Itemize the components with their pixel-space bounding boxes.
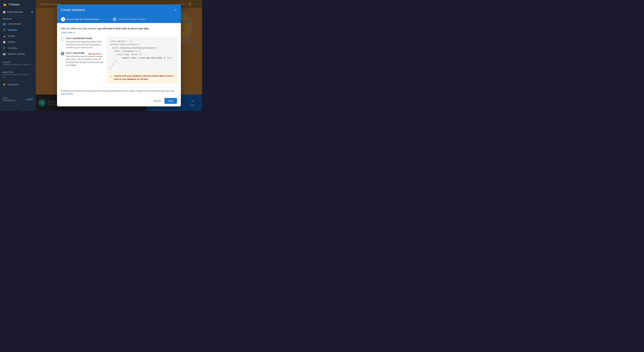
- test-mode-radio[interactable]: [61, 52, 64, 55]
- code-line-9: }: [110, 66, 174, 70]
- sidebar-item-database[interactable]: ☰ Database: [0, 27, 36, 33]
- spark-label: Spark: [2, 97, 15, 99]
- sidebar-item-authentication[interactable]: 👥 Authentication: [0, 21, 36, 27]
- sidebar-item-authentication-label: Authentication: [8, 23, 21, 25]
- dialog-description: After you define your data structure, yo…: [61, 27, 177, 30]
- database-icon: ☰: [2, 28, 6, 32]
- sidebar-item-database-label: Database: [8, 29, 17, 31]
- sidebar-item-ml-label: Machine Learning: [8, 53, 24, 55]
- dialog-body: After you define your data structure, yo…: [57, 23, 181, 86]
- svg-marker-10: [88, 53, 90, 55]
- sidebar-item-extensions-label: Extensions: [8, 83, 18, 86]
- analytics-sub: Dashboard, Events, Conversions, Au...: [0, 74, 36, 79]
- step-1-number: 1: [61, 17, 65, 21]
- code-line-8: }: [110, 63, 174, 66]
- step-2-label: Set Cloud Firestore location: [118, 18, 146, 20]
- next-button[interactable]: Next: [164, 98, 177, 104]
- code-panel: rules_version = '2'; service cloud.fires…: [107, 37, 177, 83]
- code-line-6: request.time < timestamp.date(2020, 8, 1…: [110, 56, 174, 60]
- code-line-3: match /databases/{database}/documents {: [110, 46, 174, 50]
- external-link-icon: ↗: [73, 31, 75, 34]
- app-background: Firebase 🏠 Project Overview ⚙ Develop 👥 …: [0, 0, 202, 111]
- quality-label: Quality: [0, 60, 36, 64]
- code-block: rules_version = '2'; service cloud.fires…: [107, 37, 177, 72]
- red-arrow-annotation: [88, 52, 102, 56]
- sidebar: Firebase 🏠 Project Overview ⚙ Develop 👥 …: [0, 0, 36, 111]
- analytics-label: Analytics: [0, 70, 36, 74]
- project-overview-row[interactable]: 🏠 Project Overview ⚙: [0, 9, 36, 16]
- app-title: Firebase: [9, 3, 20, 6]
- ml-icon: 🤖: [2, 52, 6, 56]
- firebase-logo: [2, 2, 7, 7]
- dialog-header: Create database × 1 Secure rules for Clo…: [57, 4, 181, 23]
- code-line-4: match /{document=**} {: [110, 50, 174, 53]
- sidebar-item-functions-label: Functions: [8, 47, 17, 49]
- test-mode-desc: Your data will be open by default to ena…: [66, 55, 103, 67]
- dialog-title-row: Create database ×: [61, 8, 177, 12]
- code-line-5: allow read, write: if: [110, 53, 174, 56]
- extensions-icon: ⚡: [2, 83, 6, 86]
- create-database-dialog: Create database × 1 Secure rules for Clo…: [57, 4, 181, 106]
- options-panel: Start in production mode Your data will …: [61, 37, 103, 83]
- step-2-number: 2: [112, 17, 117, 21]
- functions-icon: {}: [2, 46, 6, 50]
- sidebar-item-storage[interactable]: ☁ Storage: [0, 33, 36, 39]
- settings-icon[interactable]: ⚙: [31, 10, 33, 14]
- warning-text: Anyone with your database reference will…: [114, 74, 174, 81]
- dialog-description-end: .: [148, 27, 149, 30]
- footer-link[interactable]: View the docs: [61, 93, 73, 95]
- sidebar-bottom: Spark Free $0/month Upgrade ‹: [0, 95, 36, 109]
- dialog-content: Start in production mode Your data will …: [61, 37, 177, 83]
- dialog-close-button[interactable]: ×: [174, 8, 177, 12]
- spark-sub: Free $0/month: [2, 99, 15, 102]
- project-overview-label: Project Overview: [7, 11, 23, 13]
- quality-sub: Crashlytics, Performance, Test Lab, ...: [0, 64, 36, 67]
- warning-box: ⚠ Anyone with your database reference wi…: [107, 72, 177, 83]
- modal-overlay: Create database × 1 Secure rules for Clo…: [36, 0, 202, 111]
- step-2: 2 Set Cloud Firestore location: [112, 16, 146, 23]
- sidebar-item-hosting-label: Hosting: [8, 41, 15, 43]
- sidebar-divider-2: [0, 68, 36, 68]
- sidebar-item-functions[interactable]: {} Functions: [0, 45, 36, 51]
- dialog-title: Create database: [61, 8, 85, 12]
- main-content: my-firebase-project ▾ Go to docs 🔔 M: [36, 0, 202, 111]
- step-1-label: Secure rules for Cloud Firestore: [66, 18, 99, 20]
- production-mode-option[interactable]: Start in production mode Your data will …: [61, 37, 103, 49]
- develop-section-label: Develop: [0, 16, 36, 21]
- cancel-button[interactable]: Cancel: [152, 98, 163, 104]
- dialog-steps: 1 Secure rules for Cloud Firestore 2 Set…: [61, 16, 177, 23]
- sidebar-item-hosting[interactable]: 🏠 Hosting: [0, 39, 36, 45]
- test-mode-option[interactable]: Start in test mode Your data will be ope…: [61, 52, 103, 67]
- learn-more-link[interactable]: Learn more ↗: [61, 31, 75, 34]
- step-1: 1 Secure rules for Cloud Firestore: [61, 16, 99, 23]
- hosting-icon: 🏠: [2, 40, 6, 44]
- warning-icon: ⚠: [110, 74, 112, 78]
- production-mode-text: Start in production mode Your data will …: [66, 37, 103, 49]
- dialog-description-bold: you will need to write rules to secure y…: [98, 27, 148, 30]
- authentication-icon: 👥: [2, 22, 6, 26]
- footer-info-text: Enabling Cloud Firestore will prevent yo…: [61, 90, 174, 92]
- dialog-actions: Cancel Next: [57, 96, 181, 106]
- test-mode-text: Start in test mode Your data will be ope…: [66, 52, 103, 67]
- upgrade-button[interactable]: Upgrade: [26, 98, 33, 100]
- code-line-1: rules_version = '2';: [110, 40, 174, 43]
- production-mode-radio[interactable]: [61, 37, 64, 40]
- production-mode-desc: Your data will be private by default. Cl…: [66, 40, 103, 49]
- home-icon: 🏠: [2, 10, 6, 14]
- sidebar-item-ml[interactable]: 🤖 Machine Learning: [0, 51, 36, 57]
- sidebar-divider-3: [0, 80, 36, 80]
- learn-more-label: Learn more: [61, 31, 73, 34]
- storage-icon: ☁: [2, 34, 6, 38]
- sidebar-item-extensions[interactable]: ⚡ Extensions: [0, 82, 36, 88]
- production-mode-title: Start in production mode: [66, 37, 103, 40]
- sidebar-header: Firebase: [0, 0, 36, 9]
- warning-text-content: Anyone with your database reference will…: [114, 75, 174, 80]
- step-connector: [101, 19, 110, 19]
- test-mode-title: Start in test mode: [66, 52, 103, 54]
- spark-plan: Spark Free $0/month Upgrade: [2, 97, 33, 102]
- dialog-footer-info: Enabling Cloud Firestore will prevent yo…: [57, 87, 181, 96]
- collapse-sidebar-button[interactable]: ‹: [2, 102, 33, 108]
- dialog-description-plain: After you define your data structure,: [61, 27, 98, 30]
- code-line-7: }: [110, 60, 174, 63]
- code-line-2: service cloud.firestore {: [110, 43, 174, 46]
